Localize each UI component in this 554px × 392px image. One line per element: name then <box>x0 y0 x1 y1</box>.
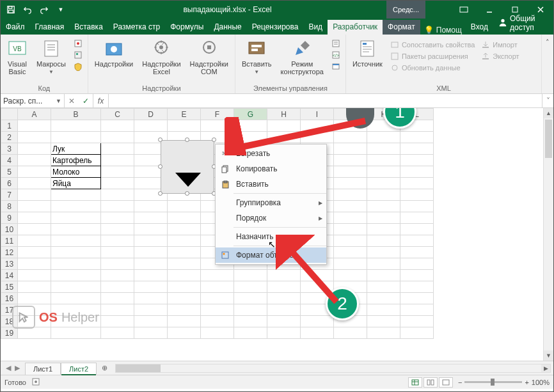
tab-format[interactable]: Формат <box>383 20 420 35</box>
cell-I14[interactable] <box>301 270 334 281</box>
col-header-A[interactable]: A <box>18 109 51 120</box>
qat-customize-icon[interactable]: ▼ <box>53 2 68 17</box>
cell-B7[interactable] <box>51 189 101 201</box>
cell-A7[interactable] <box>18 189 51 201</box>
cell-A15[interactable] <box>18 281 51 293</box>
expand-formula-icon[interactable]: ˅ <box>542 94 553 107</box>
cell-E19[interactable] <box>168 327 201 339</box>
excel-addins-button[interactable]: Надстройки Excel <box>139 37 183 77</box>
insert-control-button[interactable]: Вставить ▼ <box>239 37 274 76</box>
cell-D15[interactable] <box>134 281 168 293</box>
cell-C4[interactable] <box>101 155 134 166</box>
cell-L19[interactable] <box>400 327 434 339</box>
row-header-14[interactable]: 14 <box>1 270 18 281</box>
save-icon[interactable] <box>3 2 19 17</box>
view-normal-icon[interactable] <box>408 377 422 388</box>
cell-G17[interactable] <box>234 304 267 316</box>
cell-B3[interactable]: Лук <box>51 143 101 155</box>
cell-J9[interactable] <box>334 212 367 224</box>
cell-B10[interactable] <box>51 224 101 235</box>
cell-I2[interactable] <box>301 132 334 143</box>
horizontal-scrollbar[interactable]: ◀ ▶ <box>115 364 551 373</box>
menu-copy[interactable]: Копировать <box>216 161 326 176</box>
cell-B6[interactable]: Яйца <box>51 178 101 189</box>
select-all-cell[interactable] <box>1 109 18 120</box>
tell-me[interactable]: 💡 Помощ <box>420 26 466 35</box>
cell-K6[interactable] <box>367 178 400 189</box>
cell-B5[interactable]: Молоко <box>51 166 101 178</box>
tab-pagelayout[interactable]: Разметка стр <box>108 20 165 35</box>
cell-J14[interactable] <box>334 270 367 281</box>
row-header-16[interactable]: 16 <box>1 293 18 304</box>
macro-record-status-icon[interactable] <box>31 377 40 388</box>
cell-D10[interactable] <box>134 224 168 235</box>
com-addins-button[interactable]: Надстройки COM <box>187 37 231 77</box>
cell-K5[interactable] <box>367 166 400 178</box>
cell-L16[interactable] <box>400 293 434 304</box>
cell-G1[interactable] <box>234 120 267 132</box>
cell-L14[interactable] <box>400 270 434 281</box>
cell-H1[interactable] <box>267 120 301 132</box>
scroll-up-icon[interactable]: ▲ <box>544 108 553 118</box>
col-header-B[interactable]: B <box>51 109 101 120</box>
cell-L3[interactable] <box>400 143 434 155</box>
tab-insert[interactable]: Вставка <box>69 20 108 35</box>
combobox-control[interactable] <box>161 140 214 194</box>
cell-F1[interactable] <box>201 120 234 132</box>
cell-A4[interactable] <box>18 155 51 166</box>
cell-B16[interactable] <box>51 293 101 304</box>
sheet-nav-next-icon[interactable]: ▶ <box>15 364 20 372</box>
macro-security-button[interactable] <box>72 61 84 72</box>
cell-A1[interactable] <box>18 120 51 132</box>
cell-A6[interactable] <box>18 178 51 189</box>
col-header-D[interactable]: D <box>134 109 168 120</box>
cell-E17[interactable] <box>168 304 201 316</box>
redo-icon[interactable] <box>36 2 52 17</box>
row-header-15[interactable]: 15 <box>1 281 18 293</box>
cell-C3[interactable] <box>101 143 134 155</box>
cell-A12[interactable] <box>18 247 51 258</box>
cell-C5[interactable] <box>101 166 134 178</box>
share-button[interactable]: Общий доступ <box>493 12 553 35</box>
cell-H17[interactable] <box>267 304 301 316</box>
vertical-scrollbar[interactable]: ▲ ▼ <box>543 108 553 361</box>
col-header-H[interactable]: H <box>267 109 301 120</box>
cell-L9[interactable] <box>400 212 434 224</box>
cell-G19[interactable] <box>234 327 267 339</box>
cell-I15[interactable] <box>301 281 334 293</box>
cell-B19[interactable] <box>51 327 101 339</box>
tab-review[interactable]: Рецензирова <box>247 20 304 35</box>
sheet-nav-prev-icon[interactable]: ◀ <box>6 364 11 372</box>
cell-J12[interactable] <box>334 247 367 258</box>
fx-icon[interactable]: fx <box>93 94 109 107</box>
zoom-out-icon[interactable]: − <box>458 379 462 386</box>
cell-H18[interactable] <box>267 316 301 327</box>
cell-L6[interactable] <box>400 178 434 189</box>
row-header-5[interactable]: 5 <box>1 166 18 178</box>
tab-data[interactable]: Данные <box>209 20 246 35</box>
cell-K17[interactable] <box>367 304 400 316</box>
design-mode-button[interactable]: Режим конструктора <box>278 37 326 77</box>
cell-E10[interactable] <box>168 224 201 235</box>
col-header-C[interactable]: C <box>101 109 134 120</box>
cell-E1[interactable] <box>168 120 201 132</box>
cell-L7[interactable] <box>400 189 434 201</box>
cell-K13[interactable] <box>367 258 400 270</box>
cell-B1[interactable] <box>51 120 101 132</box>
cell-B9[interactable] <box>51 212 101 224</box>
cell-A19[interactable] <box>18 327 51 339</box>
cell-E9[interactable] <box>168 212 201 224</box>
menu-paste[interactable]: Вставить <box>216 176 326 192</box>
cell-L18[interactable] <box>400 316 434 327</box>
cell-J3[interactable] <box>334 143 367 155</box>
cell-C19[interactable] <box>101 327 134 339</box>
cell-D8[interactable] <box>134 201 168 212</box>
cell-E11[interactable] <box>168 235 201 247</box>
cell-A11[interactable] <box>18 235 51 247</box>
cell-G18[interactable] <box>234 316 267 327</box>
cell-C8[interactable] <box>101 201 134 212</box>
row-header-3[interactable]: 3 <box>1 143 18 155</box>
cell-B13[interactable] <box>51 258 101 270</box>
cell-C9[interactable] <box>101 212 134 224</box>
view-code-button[interactable]: </> <box>330 50 342 60</box>
